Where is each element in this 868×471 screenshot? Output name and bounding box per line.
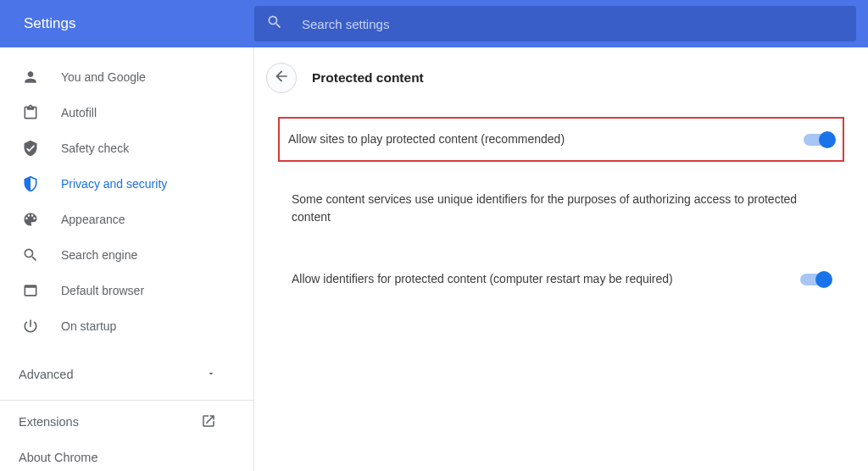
arrow-left-icon bbox=[273, 68, 290, 88]
about-label: About Chrome bbox=[19, 451, 98, 464]
sidebar-item-label: Privacy and security bbox=[61, 177, 167, 191]
toggle-allow-identifiers[interactable] bbox=[800, 274, 831, 285]
window-icon bbox=[22, 282, 39, 299]
sidebar-item-appearance[interactable]: Appearance bbox=[0, 202, 253, 237]
description-text: Some content services use unique identif… bbox=[288, 174, 834, 243]
sidebar-item-on-startup[interactable]: On startup bbox=[0, 308, 253, 344]
sidebar-item-safety-check[interactable]: Safety check bbox=[0, 130, 253, 166]
chevron-down-icon bbox=[206, 368, 216, 381]
allow-play-label: Allow sites to play protected content (r… bbox=[288, 130, 565, 148]
page-header: Protected content bbox=[266, 63, 856, 93]
page-title: Protected content bbox=[312, 70, 424, 86]
advanced-label: Advanced bbox=[19, 368, 74, 381]
sidebar-item-label: Safety check bbox=[61, 141, 129, 155]
sidebar-item-search-engine[interactable]: Search engine bbox=[0, 237, 253, 273]
main-panel: Protected content Allow sites to play pr… bbox=[254, 47, 868, 471]
sidebar-advanced[interactable]: Advanced bbox=[0, 352, 253, 396]
app-header: Settings bbox=[0, 0, 868, 47]
sidebar-item-default-browser[interactable]: Default browser bbox=[0, 273, 253, 308]
back-button[interactable] bbox=[266, 63, 297, 93]
sidebar-about[interactable]: About Chrome bbox=[0, 440, 253, 471]
sidebar-item-you-and-google[interactable]: You and Google bbox=[0, 59, 253, 95]
search-icon bbox=[266, 14, 302, 34]
sidebar-item-autofill[interactable]: Autofill bbox=[0, 95, 253, 130]
search-input[interactable] bbox=[302, 17, 844, 31]
allow-identifiers-label: Allow identifiers for protected content … bbox=[292, 270, 673, 288]
sidebar-item-label: Default browser bbox=[61, 284, 144, 297]
search-bar[interactable] bbox=[254, 6, 856, 42]
row-allow-identifiers: Allow identifiers for protected content … bbox=[288, 257, 834, 302]
sidebar-item-label: You and Google bbox=[61, 70, 146, 84]
sidebar-extensions[interactable]: Extensions bbox=[0, 404, 253, 440]
palette-icon bbox=[22, 211, 39, 228]
clipboard-icon bbox=[22, 104, 39, 121]
power-icon bbox=[22, 318, 39, 335]
sidebar-item-label: Search engine bbox=[61, 248, 137, 262]
external-link-icon bbox=[201, 413, 216, 431]
sidebar-item-label: On startup bbox=[61, 319, 116, 333]
person-icon bbox=[22, 69, 39, 86]
shield-check-icon bbox=[22, 140, 39, 157]
toggle-knob bbox=[815, 271, 832, 288]
divider bbox=[0, 400, 253, 401]
toggle-allow-play[interactable] bbox=[804, 134, 834, 146]
extensions-label: Extensions bbox=[19, 415, 79, 429]
settings-card: Allow sites to play protected content (r… bbox=[266, 117, 856, 302]
search-icon bbox=[22, 247, 39, 263]
app-title: Settings bbox=[0, 15, 254, 32]
sidebar: You and Google Autofill Safety check Pri… bbox=[0, 47, 254, 471]
sidebar-item-privacy[interactable]: Privacy and security bbox=[0, 166, 253, 202]
row-allow-play: Allow sites to play protected content (r… bbox=[278, 117, 844, 162]
toggle-knob bbox=[819, 131, 836, 148]
sidebar-item-label: Appearance bbox=[61, 213, 125, 226]
shield-icon bbox=[22, 175, 39, 192]
sidebar-item-label: Autofill bbox=[61, 106, 97, 119]
